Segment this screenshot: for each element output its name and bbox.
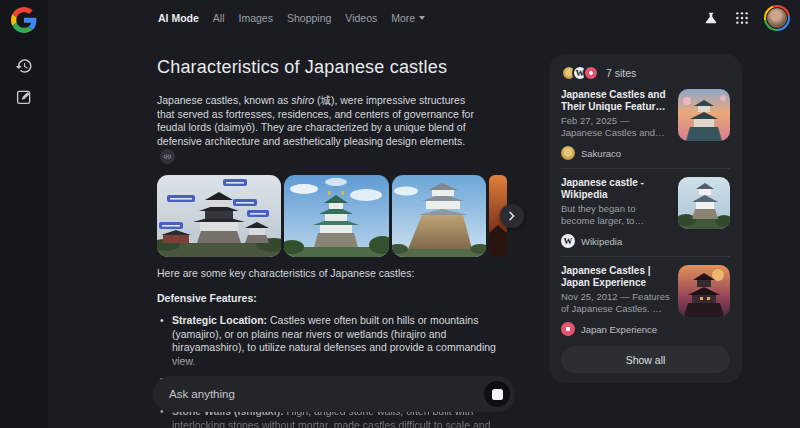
stop-button[interactable] bbox=[484, 381, 510, 407]
carousel-image-stone-base-castle[interactable] bbox=[392, 175, 486, 257]
compose-button[interactable] bbox=[15, 88, 33, 106]
section-heading: Defensive Features: bbox=[157, 292, 519, 306]
bullet-strategic-location: Strategic Location: Castles were often b… bbox=[157, 314, 505, 368]
castle-photo-1 bbox=[157, 175, 281, 257]
source-attribution: W Wikipedia bbox=[561, 234, 730, 248]
top-actions bbox=[702, 0, 790, 36]
source-thumbnail bbox=[678, 89, 730, 141]
section-intro: Here are some key characteristics of Jap… bbox=[157, 267, 519, 281]
apps-grid-button[interactable] bbox=[733, 9, 751, 27]
divider bbox=[561, 256, 730, 257]
link-icon bbox=[163, 152, 172, 161]
avatar-photo bbox=[766, 7, 788, 29]
labs-button[interactable] bbox=[702, 9, 720, 27]
source-title: Japanese Castles and Their Unique Featur… bbox=[561, 89, 670, 113]
tab-ai-mode[interactable]: AI Mode bbox=[158, 12, 199, 24]
carousel-next-button[interactable] bbox=[500, 204, 524, 228]
page-title: Characteristics of Japanese castles bbox=[157, 57, 519, 78]
ai-response: Characteristics of Japanese castles Japa… bbox=[157, 57, 519, 428]
source-item-japan-experience[interactable]: Japanese Castles | Japan Experience Nov … bbox=[561, 265, 730, 336]
source-title: Japanese castle - Wikipedia bbox=[561, 177, 670, 201]
source-item-sakuraco[interactable]: Japanese Castles and Their Unique Featur… bbox=[561, 89, 730, 160]
intro-text-1: Japanese castles, known as bbox=[157, 94, 291, 106]
intro-italic-shiro: shiro bbox=[291, 94, 314, 106]
carousel-image-labeled-castle[interactable] bbox=[157, 175, 281, 257]
source-snippet: But they began to become larger, to inco… bbox=[561, 203, 670, 226]
sources-panel: W 7 sites Japanese Castles and Their Uni… bbox=[549, 54, 742, 383]
stop-icon bbox=[492, 389, 503, 400]
search-tabs: AI Mode All Images Shopping Videos More bbox=[158, 0, 425, 36]
profile-avatar[interactable] bbox=[764, 5, 790, 31]
favicon-japan-experience-icon bbox=[561, 322, 575, 336]
compose-icon bbox=[15, 88, 33, 106]
tab-more-label: More bbox=[391, 12, 415, 24]
sources-header[interactable]: W 7 sites bbox=[561, 65, 730, 81]
apps-grid-icon bbox=[734, 10, 750, 26]
source-name: Wikipedia bbox=[581, 236, 622, 247]
show-all-button[interactable]: Show all bbox=[561, 346, 730, 373]
source-thumbnail bbox=[678, 265, 730, 317]
history-icon bbox=[15, 57, 33, 75]
bullet-term: Strategic Location: bbox=[172, 314, 267, 326]
ask-input[interactable] bbox=[153, 376, 484, 412]
tab-more[interactable]: More bbox=[391, 12, 425, 24]
favicon-wikipedia-icon: W bbox=[561, 234, 575, 248]
google-logo[interactable] bbox=[11, 7, 37, 33]
intro-paragraph: Japanese castles, known as shiro (城), we… bbox=[157, 94, 481, 164]
castle-photo-3 bbox=[392, 175, 486, 257]
source-snippet: Feb 27, 2025 — Japanese Castles and Thei… bbox=[561, 115, 670, 138]
source-attribution: Japan Experience bbox=[561, 322, 730, 336]
image-carousel bbox=[157, 175, 519, 257]
source-name: Japan Experience bbox=[581, 324, 657, 335]
history-button[interactable] bbox=[15, 57, 33, 75]
carousel-image-green-roof-castle[interactable] bbox=[284, 175, 389, 257]
wikipedia-letter: W bbox=[564, 237, 573, 246]
tab-all[interactable]: All bbox=[213, 12, 225, 24]
ask-bar bbox=[153, 376, 515, 412]
castle-photo-2 bbox=[284, 175, 389, 257]
favicon-sakuraco-icon bbox=[561, 146, 575, 160]
divider bbox=[561, 168, 730, 169]
chevron-right-icon bbox=[507, 211, 517, 221]
tab-images[interactable]: Images bbox=[239, 12, 273, 24]
source-name: Sakuraco bbox=[581, 148, 621, 159]
citation-chip[interactable] bbox=[160, 149, 175, 164]
source-thumbnail bbox=[678, 177, 730, 229]
source-attribution: Sakuraco bbox=[561, 146, 730, 160]
left-rail bbox=[0, 0, 48, 428]
source-snippet: Nov 25, 2012 — Features of Japanese Cast… bbox=[561, 291, 670, 314]
source-item-wikipedia[interactable]: Japanese castle - Wikipedia But they beg… bbox=[561, 177, 730, 248]
tab-videos[interactable]: Videos bbox=[345, 12, 377, 24]
source-title: Japanese Castles | Japan Experience bbox=[561, 265, 670, 289]
caret-down-icon bbox=[419, 16, 425, 20]
favicon-japan-experience-icon bbox=[583, 65, 599, 81]
google-g-icon bbox=[11, 7, 37, 33]
favicon-stack: W bbox=[561, 65, 599, 81]
tab-shopping[interactable]: Shopping bbox=[287, 12, 331, 24]
flask-icon bbox=[703, 10, 719, 26]
sites-count-label: 7 sites bbox=[606, 67, 636, 79]
